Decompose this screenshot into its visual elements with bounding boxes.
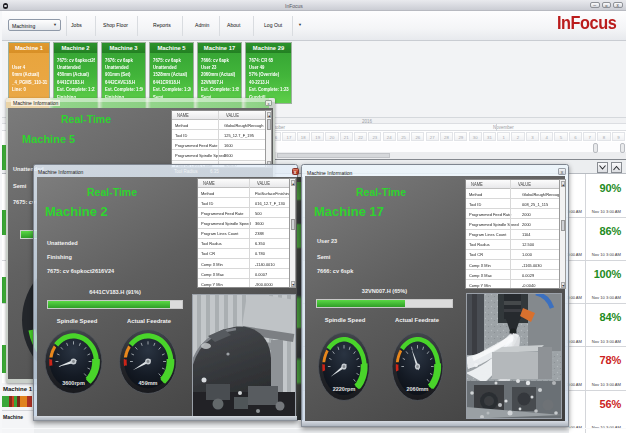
svg-text:459mm: 459mm (139, 380, 158, 386)
svg-text:3600rpm: 3600rpm (62, 380, 85, 386)
svg-text:2220rpm: 2220rpm (333, 386, 356, 392)
svg-text:2060mm: 2060mm (406, 386, 428, 392)
